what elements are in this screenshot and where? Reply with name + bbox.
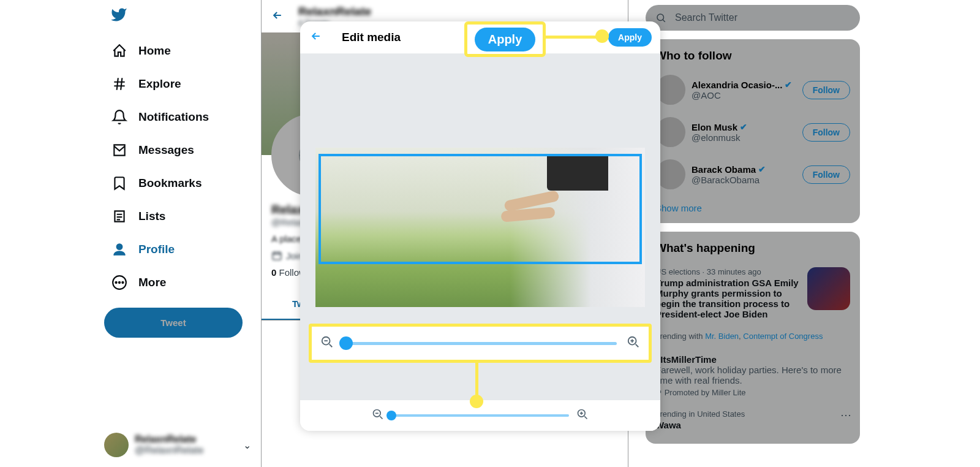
bookmark-icon xyxy=(111,175,127,191)
media-image[interactable] xyxy=(315,148,645,307)
trend-item[interactable]: #ItsMillerTime Farewell, work holiday pa… xyxy=(646,347,860,403)
bell-icon xyxy=(111,109,127,125)
svg-point-1 xyxy=(116,282,117,283)
nav-bookmarks-label: Bookmarks xyxy=(138,177,202,190)
nav-messages[interactable]: Messages xyxy=(104,134,261,167)
tweet-button[interactable]: Tweet xyxy=(104,308,243,338)
nav-more-label: More xyxy=(138,276,166,289)
who-to-follow-panel: Who to follow Alexandria Ocasio-...✔ @AO… xyxy=(646,39,860,223)
more-circle-icon xyxy=(111,275,127,290)
who-heading: Who to follow xyxy=(646,47,860,69)
trend-item[interactable]: US elections · 33 minutes ago Trump admi… xyxy=(646,261,860,325)
nav-profile-label: Profile xyxy=(138,243,175,256)
right-sidebar: Search Twitter Who to follow Alexandria … xyxy=(628,0,980,467)
verified-badge-icon: ✔ xyxy=(740,122,747,132)
svg-point-2 xyxy=(119,282,120,283)
search-input[interactable]: Search Twitter xyxy=(646,5,860,31)
trend-item[interactable]: ⋯ Trending in United States Wawa xyxy=(646,403,860,436)
nav-notifications[interactable]: Notifications xyxy=(104,101,261,134)
avatar xyxy=(104,433,129,457)
user-icon xyxy=(111,241,127,257)
nav-home-label: Home xyxy=(138,44,171,58)
crop-canvas[interactable] xyxy=(300,54,660,400)
trend-item[interactable]: Trending with Mr. Biden, Contempt of Con… xyxy=(646,325,860,347)
who-item[interactable]: Elon Musk✔ @elonmusk Follow xyxy=(646,111,860,153)
zoom-controls xyxy=(300,400,660,431)
verified-badge-icon: ✔ xyxy=(758,164,766,174)
nav-bookmarks[interactable]: Bookmarks xyxy=(104,167,261,200)
search-icon xyxy=(655,12,666,23)
news-thumbnail xyxy=(807,267,850,310)
follow-button[interactable]: Follow xyxy=(802,81,850,99)
list-icon xyxy=(111,208,127,224)
zoom-out-icon[interactable] xyxy=(372,408,384,423)
show-more-link[interactable]: Show more xyxy=(646,196,860,216)
nav-lists[interactable]: Lists xyxy=(104,200,261,233)
back-icon[interactable] xyxy=(271,9,284,24)
nav-notifications-label: Notifications xyxy=(138,110,209,124)
nav-explore-label: Explore xyxy=(138,77,181,91)
follow-button[interactable]: Follow xyxy=(802,165,850,184)
nav-home[interactable]: Home xyxy=(104,34,261,67)
slider-thumb[interactable] xyxy=(386,411,396,420)
edit-media-modal: Edit media Apply xyxy=(300,21,660,431)
who-item[interactable]: Alexandria Ocasio-...✔ @AOC Follow xyxy=(646,69,860,111)
whats-happening-panel: What's happening US elections · 33 minut… xyxy=(646,232,860,444)
apply-button[interactable]: Apply xyxy=(608,28,652,47)
twitter-logo[interactable] xyxy=(110,6,261,26)
nav-messages-label: Messages xyxy=(138,143,194,157)
profile-title: RelaxnRelate xyxy=(298,5,371,18)
chevron-down-icon: ⌄ xyxy=(243,439,251,451)
home-icon xyxy=(111,43,127,59)
nav-explore[interactable]: Explore xyxy=(104,67,261,101)
nav-lists-label: Lists xyxy=(138,210,165,223)
modal-title: Edit media xyxy=(342,31,401,44)
nav-profile[interactable]: Profile xyxy=(104,233,261,266)
who-item[interactable]: Barack Obama✔ @BarackObama Follow xyxy=(646,153,860,196)
mail-icon xyxy=(111,142,127,158)
zoom-in-icon[interactable] xyxy=(576,408,589,423)
modal-back-icon[interactable] xyxy=(310,30,322,45)
nav-more[interactable]: More xyxy=(104,266,261,299)
crop-frame[interactable] xyxy=(318,154,642,264)
svg-point-3 xyxy=(122,282,123,283)
svg-rect-4 xyxy=(273,252,281,260)
hash-icon xyxy=(111,76,127,92)
happening-heading: What's happening xyxy=(646,239,860,261)
verified-badge-icon: ✔ xyxy=(785,80,792,89)
calendar-icon xyxy=(271,250,282,261)
follow-button[interactable]: Follow xyxy=(802,123,850,142)
zoom-slider[interactable] xyxy=(391,414,569,417)
svg-point-5 xyxy=(657,14,664,21)
modal-header: Edit media Apply xyxy=(300,21,660,54)
left-sidebar: Home Explore Notifications Messages Book… xyxy=(0,0,261,467)
account-switcher[interactable]: RelaxnRelate @RelaxnRelate ⌄ xyxy=(104,433,251,457)
more-icon[interactable]: ⋯ xyxy=(840,408,851,422)
